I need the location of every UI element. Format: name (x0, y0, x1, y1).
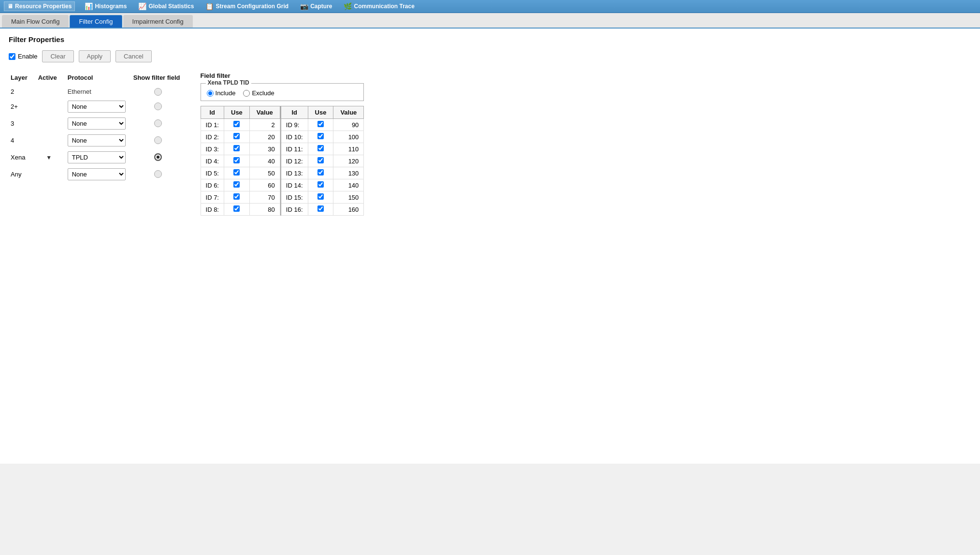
list-item: ID 6: 60 (201, 179, 280, 191)
include-radio[interactable] (207, 90, 214, 97)
use-checkbox-cell (308, 191, 333, 204)
clear-button[interactable]: Clear (42, 50, 73, 62)
show-filter-radio-xena[interactable] (154, 153, 162, 161)
use-checkbox[interactable] (233, 205, 240, 212)
enable-checkbox[interactable] (9, 53, 15, 60)
tab-filter-config[interactable]: Filter Config (70, 15, 122, 28)
col-use-right: Use (308, 106, 333, 119)
list-item: ID 4: 40 (201, 155, 280, 167)
main-content: Filter Properties Enable Clear Apply Can… (0, 29, 980, 464)
show-filter-cell (131, 115, 189, 132)
layer-value: 2 (9, 85, 36, 98)
value-cell: 160 (333, 204, 364, 216)
value-cell: 60 (249, 179, 280, 191)
tab-impairment-config[interactable]: Impairment Config (123, 15, 193, 28)
table-row: Xena ▼ None TPLD IPv4 (9, 149, 189, 166)
toolbar-histograms[interactable]: 📊 Histograms (83, 1, 129, 11)
id-label: ID 4: (201, 155, 224, 167)
toolbar-capture[interactable]: 📷 Capture (298, 1, 334, 11)
right-id-table: Id Use Value ID 9: 90 ID 10: 100 ID 11: … (280, 106, 364, 216)
use-checkbox[interactable] (317, 133, 324, 139)
id-label: ID 7: (201, 191, 224, 204)
use-checkbox[interactable] (233, 193, 240, 200)
value-cell: 80 (249, 204, 280, 216)
value-cell: 140 (333, 179, 364, 191)
tab-main-flow-config[interactable]: Main Flow Config (2, 15, 69, 28)
value-cell: 20 (249, 131, 280, 143)
protocol-select-2plus[interactable]: None TPLD IPv4 (68, 101, 126, 113)
layer-table: Layer Active Protocol Show filter field … (9, 72, 189, 183)
use-checkbox[interactable] (233, 145, 240, 151)
value-cell: 150 (333, 191, 364, 204)
id-label: ID 8: (201, 204, 224, 216)
list-item: ID 10: 100 (281, 131, 364, 143)
list-item: ID 2: 20 (201, 131, 280, 143)
toolbar-title[interactable]: 🖥 Resource Properties (4, 1, 75, 11)
id-label: ID 12: (281, 155, 308, 167)
include-option[interactable]: Include (207, 89, 236, 97)
list-item: ID 3: 30 (201, 143, 280, 155)
col-use-left: Use (224, 106, 250, 119)
show-filter-radio-any[interactable] (154, 170, 162, 178)
use-checkbox-cell (224, 179, 250, 191)
show-filter-radio-3[interactable] (154, 119, 162, 127)
col-id-right: Id (281, 106, 308, 119)
use-checkbox[interactable] (233, 181, 240, 188)
left-id-table: Id Use Value ID 1: 2 ID 2: 20 ID 3: 30 I… (201, 106, 280, 216)
use-checkbox[interactable] (317, 205, 324, 212)
protocol-cell: Ethernet (66, 85, 131, 98)
toolbar-stream-config[interactable]: 📋 Stream Configuration Grid (203, 1, 290, 11)
use-checkbox-cell (224, 155, 250, 167)
toolbar-comm-trace[interactable]: 🌿 Communication Trace (342, 1, 416, 11)
use-checkbox[interactable] (317, 193, 324, 200)
protocol-cell: None TPLD IPv4 (66, 98, 131, 115)
use-checkbox[interactable] (317, 169, 324, 175)
id-label: ID 10: (281, 131, 308, 143)
apply-button[interactable]: Apply (79, 50, 111, 62)
exclude-radio[interactable] (243, 90, 250, 97)
use-checkbox[interactable] (317, 157, 324, 163)
filter-active-icon: ▼ (46, 154, 52, 161)
filter-table-area: Layer Active Protocol Show filter field … (9, 72, 971, 216)
use-checkbox[interactable] (317, 121, 324, 127)
use-checkbox[interactable] (317, 181, 324, 188)
exclude-option[interactable]: Exclude (243, 89, 274, 97)
use-checkbox[interactable] (233, 169, 240, 175)
col-show-filter: Show filter field (131, 72, 189, 85)
active-cell (36, 166, 66, 183)
enable-checkbox-label[interactable]: Enable (9, 53, 37, 60)
active-cell (36, 132, 66, 149)
protocol-select-3[interactable]: None TPLD IPv4 (68, 117, 126, 130)
use-checkbox-cell (308, 179, 333, 191)
protocol-cell: None TPLD IPv4 (66, 132, 131, 149)
layer-value: Any (9, 166, 36, 183)
col-value-left: Value (249, 106, 280, 119)
use-checkbox[interactable] (233, 121, 240, 127)
field-filter-title: Field filter (201, 72, 364, 79)
show-filter-radio[interactable] (154, 88, 162, 96)
toolbar-global-statistics[interactable]: 📈 Global Statistics (136, 1, 196, 11)
list-item: ID 13: 130 (281, 167, 364, 179)
show-filter-radio-4[interactable] (154, 136, 162, 144)
show-filter-radio-2plus[interactable] (154, 102, 162, 110)
protocol-select-4[interactable]: None TPLD IPv4 (68, 134, 126, 146)
use-checkbox-cell (224, 131, 250, 143)
id-label: ID 14: (281, 179, 308, 191)
id-label: ID 9: (281, 119, 308, 131)
layer-value: 4 (9, 132, 36, 149)
list-item: ID 15: 150 (281, 191, 364, 204)
value-cell: 130 (333, 167, 364, 179)
layer-value: 2+ (9, 98, 36, 115)
protocol-select-any[interactable]: None TPLD IPv4 (68, 168, 126, 180)
use-checkbox[interactable] (317, 145, 324, 151)
use-checkbox-cell (224, 167, 250, 179)
cancel-button[interactable]: Cancel (115, 50, 151, 62)
active-cell (36, 98, 66, 115)
id-label: ID 13: (281, 167, 308, 179)
right-panel: Field filter Xena TPLD TID Include Exclu… (201, 72, 364, 216)
use-checkbox[interactable] (233, 133, 240, 139)
protocol-select-xena[interactable]: None TPLD IPv4 (68, 151, 126, 163)
id-label: ID 6: (201, 179, 224, 191)
id-label: ID 3: (201, 143, 224, 155)
use-checkbox[interactable] (233, 157, 240, 163)
